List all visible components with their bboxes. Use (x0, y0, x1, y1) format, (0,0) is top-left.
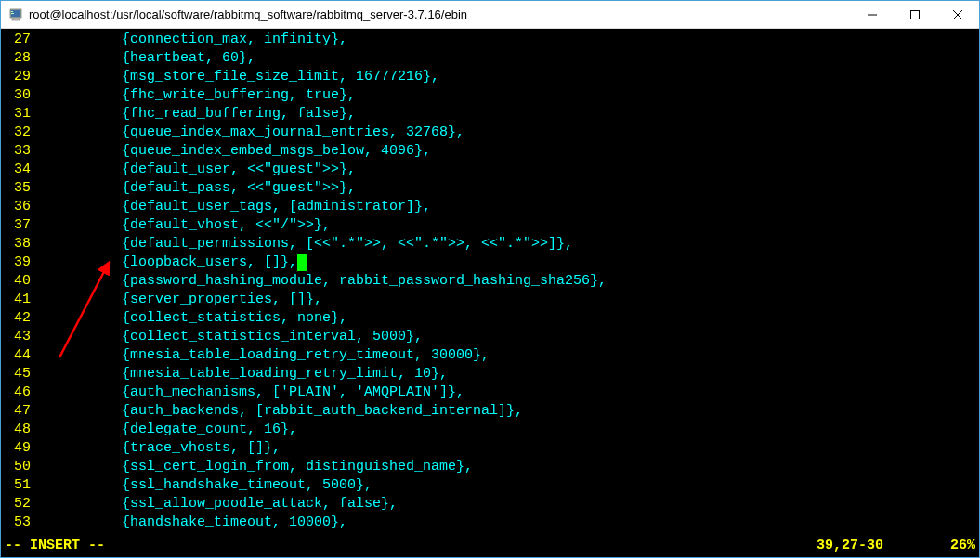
code-line: 50{ssl_cert_login_from, distinguished_na… (5, 458, 979, 476)
line-number: 43 (5, 328, 33, 346)
line-number: 47 (5, 402, 33, 421)
code-text: {msg_store_file_size_limit, 16777216}, (33, 68, 439, 86)
code-line: 53{handshake_timeout, 10000}, (5, 513, 979, 532)
code-text: {mnesia_table_loading_retry_limit, 10}, (33, 365, 448, 383)
code-line: 52{ssl_allow_poodle_attack, false}, (5, 495, 979, 513)
line-number: 32 (5, 123, 33, 142)
line-number: 37 (5, 216, 33, 235)
svg-rect-6 (911, 10, 920, 19)
code-line: 33{queue_index_embed_msgs_below, 4096}, (5, 142, 979, 161)
code-text: {queue_index_embed_msgs_below, 4096}, (33, 142, 431, 161)
code-text: {loopback_users, []}, (33, 253, 307, 272)
minimize-button[interactable] (851, 1, 894, 28)
code-text: {ssl_cert_login_from, distinguished_name… (33, 458, 473, 476)
code-text: {trace_vhosts, []}, (33, 439, 281, 458)
svg-rect-3 (11, 11, 13, 12)
line-number: 38 (5, 235, 33, 253)
line-number: 34 (5, 161, 33, 179)
code-text: {default_user_tags, [administrator]}, (33, 198, 431, 216)
line-number: 49 (5, 439, 33, 458)
code-line: 48{delegate_count, 16}, (5, 421, 979, 439)
code-line: 39{loopback_users, []}, (5, 253, 979, 272)
code-text: {default_permissions, [<<".*">>, <<".*">… (33, 235, 573, 253)
line-number: 29 (5, 68, 33, 86)
code-line: 27{connection_max, infinity}, (5, 31, 979, 49)
vim-status-bar: -- INSERT -- 39,27-30 26% (1, 537, 979, 557)
line-number: 39 (5, 253, 33, 272)
code-text: {server_properties, []}, (33, 291, 322, 309)
line-number: 41 (5, 291, 33, 309)
code-text: {default_pass, <<"guest">>}, (33, 179, 356, 198)
titlebar[interactable]: root@localhost:/usr/local/software/rabbi… (1, 1, 979, 29)
line-number: 35 (5, 179, 33, 198)
code-line: 37{default_vhost, <<"/">>}, (5, 216, 979, 235)
line-number: 33 (5, 142, 33, 161)
line-number: 45 (5, 365, 33, 383)
code-line: 36{default_user_tags, [administrator]}, (5, 198, 979, 216)
line-number: 48 (5, 421, 33, 439)
line-number: 52 (5, 495, 33, 513)
window-controls (851, 1, 979, 28)
code-line: 34{default_user, <<"guest">>}, (5, 161, 979, 179)
code-line: 51{ssl_handshake_timeout, 5000}, (5, 476, 979, 495)
terminal-cursor (297, 254, 307, 271)
code-text: {password_hashing_module, rabbit_passwor… (33, 272, 607, 291)
code-line: 42{collect_statistics, none}, (5, 309, 979, 328)
code-container: 27{connection_max, infinity},28{heartbea… (5, 31, 979, 532)
line-number: 36 (5, 198, 33, 216)
putty-window: root@localhost:/usr/local/software/rabbi… (0, 0, 980, 558)
code-text: {default_vhost, <<"/">>}, (33, 216, 331, 235)
code-text: {heartbeat, 60}, (33, 49, 255, 68)
vim-mode: -- INSERT -- (5, 537, 817, 555)
code-text: {collect_statistics, none}, (33, 309, 347, 328)
code-text: {ssl_allow_poodle_attack, false}, (33, 495, 398, 513)
code-text: {ssl_handshake_timeout, 5000}, (33, 476, 372, 495)
line-number: 40 (5, 272, 33, 291)
code-text: {mnesia_table_loading_retry_timeout, 300… (33, 346, 490, 365)
code-line: 31{fhc_read_buffering, false}, (5, 105, 979, 123)
svg-rect-2 (12, 19, 20, 20)
line-number: 44 (5, 346, 33, 365)
code-line: 30{fhc_write_buffering, true}, (5, 86, 979, 105)
line-number: 28 (5, 49, 33, 68)
code-text: {handshake_timeout, 10000}, (33, 513, 347, 532)
line-number: 51 (5, 476, 33, 495)
code-text: {auth_backends, [rabbit_auth_backend_int… (33, 402, 523, 421)
code-line: 44{mnesia_table_loading_retry_timeout, 3… (5, 346, 979, 365)
line-number: 42 (5, 309, 33, 328)
code-text: {default_user, <<"guest">>}, (33, 161, 356, 179)
code-text: {collect_statistics_interval, 5000}, (33, 328, 423, 346)
line-number: 50 (5, 458, 33, 476)
code-line: 46{auth_mechanisms, ['PLAIN', 'AMQPLAIN'… (5, 383, 979, 402)
code-text: {fhc_write_buffering, true}, (33, 86, 356, 105)
line-number: 30 (5, 86, 33, 105)
window-title: root@localhost:/usr/local/software/rabbi… (29, 7, 851, 21)
terminal-area[interactable]: 27{connection_max, infinity},28{heartbea… (1, 29, 979, 557)
putty-icon (8, 7, 23, 22)
code-line: 41{server_properties, []}, (5, 291, 979, 309)
line-number: 27 (5, 31, 33, 49)
code-text: {delegate_count, 16}, (33, 421, 297, 439)
vim-position: 39,27-30 26% (817, 537, 975, 555)
code-line: 45{mnesia_table_loading_retry_limit, 10}… (5, 365, 979, 383)
code-line: 28{heartbeat, 60}, (5, 49, 979, 68)
svg-rect-4 (11, 13, 14, 14)
code-line: 38{default_permissions, [<<".*">>, <<".*… (5, 235, 979, 253)
code-text: {queue_index_max_journal_entries, 32768}… (33, 123, 464, 142)
code-text: {connection_max, infinity}, (33, 31, 347, 49)
code-line: 29{msg_store_file_size_limit, 16777216}, (5, 68, 979, 86)
line-number: 46 (5, 383, 33, 402)
code-line: 40{password_hashing_module, rabbit_passw… (5, 272, 979, 291)
close-button[interactable] (936, 1, 979, 28)
line-number: 31 (5, 105, 33, 123)
maximize-button[interactable] (894, 1, 936, 28)
code-line: 35{default_pass, <<"guest">>}, (5, 179, 979, 198)
code-line: 49{trace_vhosts, []}, (5, 439, 979, 458)
code-line: 32{queue_index_max_journal_entries, 3276… (5, 123, 979, 142)
code-text: {fhc_read_buffering, false}, (33, 105, 356, 123)
code-text: {auth_mechanisms, ['PLAIN', 'AMQPLAIN']}… (33, 383, 464, 402)
code-line: 43{collect_statistics_interval, 5000}, (5, 328, 979, 346)
line-number: 53 (5, 513, 33, 532)
code-line: 47{auth_backends, [rabbit_auth_backend_i… (5, 402, 979, 421)
